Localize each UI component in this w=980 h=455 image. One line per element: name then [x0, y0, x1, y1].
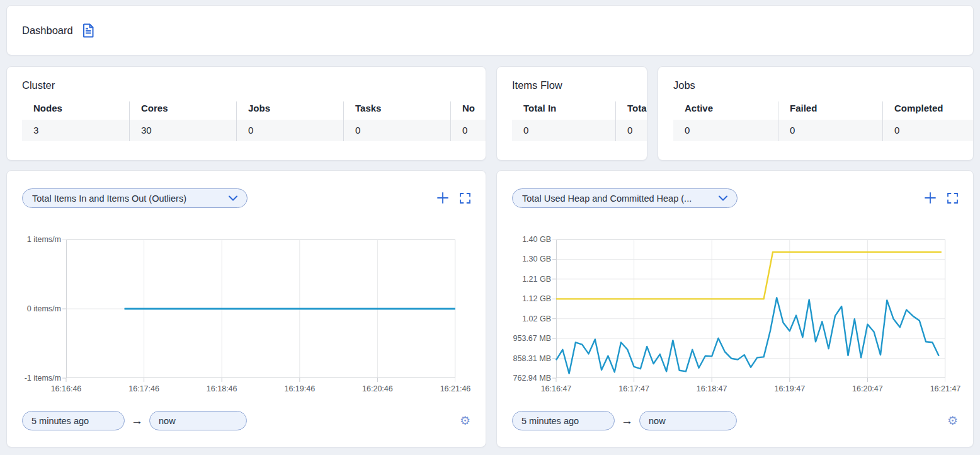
add-chart-button[interactable]: [437, 192, 448, 204]
stat-column-failed: Failed 0: [778, 101, 882, 141]
x-axis-tick-label: 16:17:47: [618, 384, 649, 393]
time-to-input[interactable]: [639, 411, 737, 430]
y-axis-tick-label: 1.40 GB: [522, 235, 551, 244]
cluster-card: Cluster Nodes 3 Cores 30 Jobs 0 Tasks 0: [6, 66, 486, 161]
arrow-right-icon: →: [131, 414, 143, 428]
x-axis-tick-label: 16:17:46: [128, 384, 159, 393]
x-axis-tick-label: 16:19:46: [284, 384, 315, 393]
stat-header: Failed: [778, 101, 882, 117]
stat-header: Active: [673, 101, 778, 117]
dashboard-page: Dashboard Cluster Nodes 3 Cores 30: [0, 0, 980, 455]
stat-header: Jobs: [237, 101, 343, 117]
stat-column-active: Active 0: [673, 101, 778, 141]
stat-column-completed: Completed 0: [882, 101, 974, 141]
stat-column-total-in: Total In 0: [512, 101, 615, 141]
stat-value: 3: [22, 120, 129, 141]
heap-chart: 1.40 GB1.30 GB1.21 GB1.12 GB1.02 GB953.6…: [512, 239, 958, 395]
panel-footer: → ⚙: [22, 411, 470, 430]
chart-selector-dropdown[interactable]: Total Items In and Items Out (Outliers): [22, 188, 248, 208]
stat-header: No: [451, 101, 486, 117]
time-from-input[interactable]: [22, 411, 125, 430]
jobs-card-title: Jobs: [673, 79, 958, 91]
stat-column-total-out: Total Out 0: [615, 101, 647, 141]
add-chart-button[interactable]: [925, 192, 936, 204]
x-axis-labels: 16:16:4616:17:4616:18:4616:19:4616:20:46…: [62, 382, 455, 395]
settings-gear-icon[interactable]: ⚙: [460, 415, 470, 427]
y-axis-tick-label: 1.12 GB: [522, 294, 551, 303]
y-axis-tick-label: 1.21 GB: [522, 275, 551, 284]
y-axis-tick-label: 858.31 MB: [513, 354, 551, 363]
x-axis-tick-label: 16:20:46: [362, 384, 393, 393]
fullscreen-icon: [460, 193, 470, 204]
chart-selector-dropdown[interactable]: Total Used Heap and Committed Heap (...: [512, 188, 738, 208]
x-axis-tick-label: 16:20:47: [852, 384, 883, 393]
arrow-right-icon: →: [621, 414, 633, 428]
panel-actions: [437, 192, 470, 204]
x-axis-tick-label: 16:21:47: [930, 384, 961, 393]
panel-header: Total Used Heap and Committed Heap (...: [512, 188, 958, 208]
stat-value: 0: [673, 120, 778, 141]
heap-chart-panel: Total Used Heap and Committed Heap (... …: [496, 170, 974, 447]
stat-value: 0: [237, 120, 343, 141]
heap-line-plot: [552, 239, 945, 382]
fullscreen-button[interactable]: [460, 193, 470, 204]
cluster-stats-table: Nodes 3 Cores 30 Jobs 0 Tasks 0 No 0: [22, 101, 486, 141]
stat-header: Cores: [130, 101, 236, 117]
panel-footer: → ⚙: [512, 411, 958, 430]
stat-header: Nodes: [22, 101, 129, 117]
items-line-plot: [62, 239, 455, 382]
topbar: Dashboard: [6, 5, 974, 55]
charts-row: Total Items In and Items Out (Outliers) …: [6, 170, 974, 447]
stat-column-cores: Cores 30: [129, 101, 236, 141]
stat-header: Completed: [883, 101, 974, 117]
items-flow-stats-table: Total In 0 Total Out 0: [512, 101, 647, 141]
stat-column-truncated: No 0: [450, 101, 486, 141]
document-icon[interactable]: [82, 23, 95, 38]
cluster-card-title: Cluster: [22, 79, 470, 91]
panel-header: Total Items In and Items Out (Outliers): [22, 188, 470, 208]
x-axis-tick-label: 16:18:46: [207, 384, 237, 393]
stat-value: 0: [778, 120, 882, 141]
panel-actions: [925, 192, 958, 204]
stat-value: 0: [451, 120, 486, 141]
x-axis-tick-label: 16:16:47: [541, 384, 572, 393]
fullscreen-button[interactable]: [947, 193, 958, 204]
y-axis-labels: 1 items/m0 items/m-1 items/m: [22, 239, 62, 378]
time-from-input[interactable]: [512, 411, 615, 430]
x-axis-tick-label: 16:16:46: [51, 384, 82, 393]
stat-value: 30: [130, 120, 236, 141]
stats-row: Cluster Nodes 3 Cores 30 Jobs 0 Tasks 0: [6, 66, 974, 161]
stat-header: Total Out: [616, 101, 647, 117]
stat-column-nodes: Nodes 3: [22, 101, 129, 141]
time-to-input[interactable]: [149, 411, 247, 430]
items-flow-card-title: Items Flow: [512, 79, 632, 91]
x-axis-tick-label: 16:18:47: [697, 384, 727, 393]
chart-selector-label: Total Used Heap and Committed Heap (...: [522, 193, 692, 204]
plot-area: 16:16:4716:17:4716:18:4716:19:4716:20:47…: [552, 239, 945, 395]
items-chart-panel: Total Items In and Items Out (Outliers) …: [6, 170, 486, 447]
plus-icon: [925, 192, 936, 204]
stat-value: 0: [512, 120, 615, 141]
items-chart: 1 items/m0 items/m-1 items/m 16:16:4616:…: [22, 239, 470, 395]
jobs-card: Jobs Active 0 Failed 0 Completed 0: [658, 66, 974, 161]
page-title: Dashboard: [22, 25, 73, 37]
items-flow-card: Items Flow Total In 0 Total Out 0: [496, 66, 647, 161]
chevron-down-icon: [719, 195, 727, 201]
y-axis-tick-label: 1 items/m: [27, 235, 61, 244]
x-axis-tick-label: 16:19:47: [774, 384, 805, 393]
chevron-down-icon: [229, 195, 237, 201]
plot-area: 16:16:4616:17:4616:18:4616:19:4616:20:46…: [62, 239, 455, 395]
stat-value: 0: [616, 120, 647, 141]
stat-value: 0: [883, 120, 974, 141]
stat-column-jobs: Jobs 0: [236, 101, 343, 141]
stat-column-tasks: Tasks 0: [343, 101, 450, 141]
settings-gear-icon[interactable]: ⚙: [947, 415, 958, 427]
chart-selector-label: Total Items In and Items Out (Outliers): [32, 193, 186, 204]
y-axis-labels: 1.40 GB1.30 GB1.21 GB1.12 GB1.02 GB953.6…: [512, 239, 552, 378]
y-axis-tick-label: 1.30 GB: [522, 255, 551, 263]
stat-header: Total In: [512, 101, 615, 117]
y-axis-tick-label: -1 items/m: [25, 374, 61, 383]
fullscreen-icon: [947, 193, 958, 204]
y-axis-tick-label: 1.02 GB: [522, 314, 551, 323]
plus-icon: [437, 192, 448, 204]
